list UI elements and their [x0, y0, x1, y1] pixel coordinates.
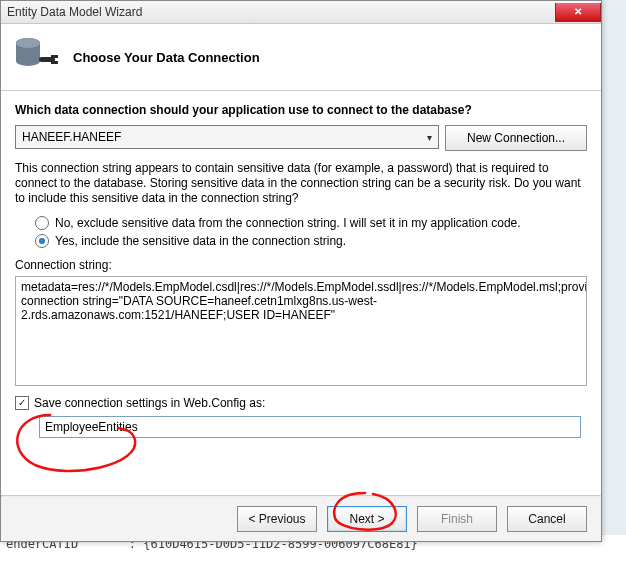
- svg-rect-4: [51, 61, 58, 64]
- database-icon: [13, 33, 61, 81]
- radio-yes-label: Yes, include the sensitive data in the c…: [55, 234, 346, 248]
- next-label: Next >: [349, 512, 384, 526]
- titlebar: Entity Data Model Wizard ✕: [1, 1, 601, 24]
- radio-no-row[interactable]: No, exclude sensitive data from the conn…: [35, 216, 587, 230]
- radio-yes[interactable]: [35, 234, 49, 248]
- finish-label: Finish: [441, 512, 473, 526]
- radio-no[interactable]: [35, 216, 49, 230]
- close-icon: ✕: [574, 6, 582, 17]
- new-connection-label: New Connection...: [467, 131, 565, 145]
- radio-yes-row[interactable]: Yes, include the sensitive data in the c…: [35, 234, 587, 248]
- finish-button: Finish: [417, 506, 497, 532]
- svg-point-1: [16, 38, 40, 48]
- connection-string-label: Connection string:: [15, 258, 587, 272]
- svg-rect-3: [51, 55, 58, 58]
- header-panel: Choose Your Data Connection: [1, 24, 601, 91]
- new-connection-button[interactable]: New Connection...: [445, 125, 587, 151]
- connection-string-box[interactable]: metadata=res://*/Models.EmpModel.csdl|re…: [15, 276, 587, 386]
- question-label: Which data connection should your applic…: [15, 103, 587, 117]
- save-settings-input[interactable]: [39, 416, 581, 438]
- window-title: Entity Data Model Wizard: [7, 5, 142, 19]
- close-button[interactable]: ✕: [555, 3, 601, 22]
- background-side-strip: [599, 0, 626, 568]
- radio-no-label: No, exclude sensitive data from the conn…: [55, 216, 521, 230]
- previous-button[interactable]: < Previous: [237, 506, 317, 532]
- warning-text: This connection string appears to contai…: [15, 161, 587, 206]
- header-title: Choose Your Data Connection: [73, 50, 260, 65]
- connection-value: HANEEF.HANEEF: [22, 130, 121, 144]
- previous-label: < Previous: [248, 512, 305, 526]
- cancel-label: Cancel: [528, 512, 565, 526]
- wizard-window: Entity Data Model Wizard ✕ Choose Your D…: [0, 0, 602, 542]
- wizard-body: Which data connection should your applic…: [1, 91, 601, 495]
- next-button[interactable]: Next >: [327, 506, 407, 532]
- save-settings-label: Save connection settings in Web.Config a…: [34, 396, 265, 410]
- connection-dropdown[interactable]: HANEEF.HANEEF ▾: [15, 125, 439, 149]
- footer: < Previous Next > Finish Cancel: [1, 497, 601, 541]
- save-settings-checkbox[interactable]: ✓: [15, 396, 29, 410]
- cancel-button[interactable]: Cancel: [507, 506, 587, 532]
- chevron-down-icon: ▾: [427, 132, 432, 143]
